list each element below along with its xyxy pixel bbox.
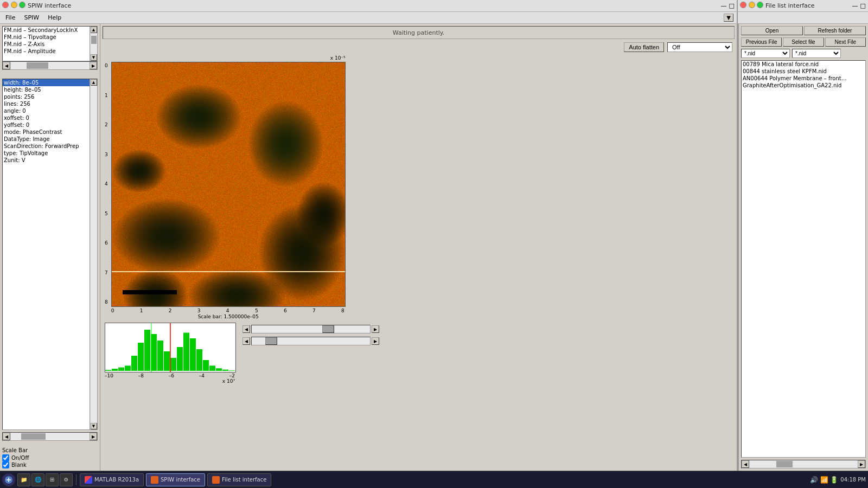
taskbar-time: 04:18 PM: [840, 477, 866, 483]
taskbar-quick-icons: 📁 🌐 ⊞ ⚙: [17, 473, 73, 486]
slider2-track[interactable]: [251, 337, 371, 345]
x-label-3: 3: [197, 308, 201, 313]
slider1-thumb[interactable]: [322, 325, 334, 333]
slider1-left[interactable]: ◀: [242, 325, 250, 333]
menu-help[interactable]: Help: [46, 14, 63, 22]
prev-file-button[interactable]: Previous File: [741, 37, 782, 47]
open-button[interactable]: Open: [741, 26, 803, 35]
taskbar-icon-terminal[interactable]: ⊞: [46, 473, 59, 486]
min-btn-spiw[interactable]: [11, 2, 17, 8]
bottom-list-item-6[interactable]: yoffset: 0: [3, 121, 90, 129]
slider1-right[interactable]: ▶: [372, 325, 379, 333]
filter-select-2[interactable]: *.nid: [792, 49, 841, 58]
y-label-6: 6: [105, 240, 108, 246]
bottom-list-item-3[interactable]: lines: 256: [3, 100, 90, 107]
minimize-icon-filelist[interactable]: —: [852, 2, 858, 9]
hist-x10-label: x 10⁷: [105, 378, 235, 384]
file-item-1[interactable]: 00844 stainless steel KPFM.nid: [742, 68, 865, 75]
hist-x-10: –10: [105, 373, 113, 378]
taskbar-icon-settings[interactable]: ⚙: [60, 473, 73, 486]
bottom-list-item-10[interactable]: type: TipVoltage: [3, 150, 90, 157]
bottom-hscroll-left[interactable]: ◀: [3, 433, 10, 440]
top-list-item-3[interactable]: FM.nid – Amplitude: [3, 48, 90, 55]
bottom-list-item-7[interactable]: mode: PhaseContrast: [3, 129, 90, 136]
close-btn-filelist[interactable]: [740, 2, 746, 8]
hist-x-8: –8: [138, 373, 144, 378]
top-list-item-0[interactable]: FM.nid – SecondaryLockInX: [3, 27, 90, 34]
file-hscroll-right[interactable]: ▶: [858, 460, 865, 468]
main-plot[interactable]: [111, 62, 346, 307]
blank-checkbox[interactable]: [2, 461, 9, 468]
refresh-button[interactable]: Refresh folder: [804, 26, 866, 35]
bottom-list-scroll-up[interactable]: ▲: [91, 79, 97, 86]
taskbar-clock[interactable]: 04:18 PM: [840, 477, 866, 483]
taskbar-filelist[interactable]: File list interface: [207, 473, 271, 486]
scalebar-label: Scale bar: 1.500000e–05: [111, 314, 346, 319]
taskbar-matlab[interactable]: MATLAB R2013a: [80, 473, 144, 486]
slider1-track[interactable]: [251, 325, 371, 333]
spiw-window-title: SPIW interface: [28, 2, 71, 9]
bottom-hscroll-right[interactable]: ▶: [90, 433, 97, 440]
bottom-list-item-5[interactable]: xoffset: 0: [3, 114, 90, 121]
y-label-5: 5: [105, 211, 108, 216]
menu-spiw[interactable]: SPIW: [22, 14, 41, 22]
matlab-icon: [85, 476, 92, 484]
taskbar-filelist-label: File list interface: [222, 477, 266, 483]
auto-flatten-button[interactable]: Auto flatten: [624, 42, 664, 52]
filelist-window-title: File list interface: [765, 2, 815, 9]
top-hscroll-right[interactable]: ▶: [90, 62, 97, 69]
taskbar-icon-browser[interactable]: 🌐: [31, 473, 44, 486]
x-label-7: 7: [312, 308, 316, 313]
x-label-1: 1: [140, 308, 143, 313]
spiw-expand-icon[interactable]: ▼: [724, 14, 733, 22]
close-btn-spiw[interactable]: [2, 2, 9, 8]
max-btn-spiw[interactable]: [19, 2, 25, 8]
taskbar-icon-files[interactable]: 📁: [17, 473, 30, 486]
x-label-5: 5: [255, 308, 258, 313]
y-label-0: 0: [105, 63, 108, 68]
file-item-2[interactable]: AN00644 Polymer Membrane – front…: [742, 75, 865, 82]
file-item-0[interactable]: 00789 Mica lateral force.nid: [742, 61, 865, 68]
select-file-button[interactable]: Select file: [783, 37, 824, 47]
taskbar-spiw[interactable]: SPIW interface: [146, 473, 205, 486]
taskbar-separator-1: [76, 474, 76, 485]
start-button[interactable]: [2, 473, 15, 486]
on-off-checkbox[interactable]: [2, 454, 9, 461]
file-listbox: 00789 Mica lateral force.nid 00844 stain…: [741, 60, 866, 458]
taskbar-systray: 🔊 📶 🔋: [810, 476, 839, 484]
minimize-icon-spiw[interactable]: —: [721, 2, 727, 9]
auto-flatten-select[interactable]: Off On: [667, 42, 732, 52]
top-list-scroll-down[interactable]: ▼: [91, 54, 97, 61]
status-bar: Waiting patiently.: [103, 26, 735, 39]
maximize-icon-filelist[interactable]: □: [860, 2, 866, 9]
max-btn-filelist[interactable]: [757, 2, 763, 8]
bottom-list-item-0[interactable]: width: 8e–05: [3, 79, 90, 86]
slider2-right[interactable]: ▶: [372, 337, 379, 345]
top-list-item-1[interactable]: FM.nid – Tipvoltage: [3, 34, 90, 41]
menu-file[interactable]: File: [3, 14, 17, 22]
bottom-list-item-8[interactable]: DataType: Image: [3, 136, 90, 143]
min-btn-filelist[interactable]: [749, 2, 755, 8]
y-label-8: 8: [105, 299, 108, 305]
y-label-2: 2: [105, 122, 108, 127]
maximize-icon-spiw[interactable]: □: [729, 2, 735, 9]
file-hscroll-left[interactable]: ◀: [742, 460, 749, 468]
next-file-button[interactable]: Next File: [825, 37, 866, 47]
histogram-canvas[interactable]: [105, 323, 236, 373]
bottom-list-item-11[interactable]: Zunit: V: [3, 157, 90, 164]
bottom-list-item-2[interactable]: points: 256: [3, 93, 90, 100]
slider2-thumb[interactable]: [265, 337, 277, 345]
status-text: Waiting patiently.: [393, 29, 444, 36]
filter-select-1[interactable]: *.nid: [741, 49, 790, 58]
y-label-3: 3: [105, 152, 108, 157]
top-list-scroll-up[interactable]: ▲: [91, 27, 97, 33]
top-hscroll-left[interactable]: ◀: [3, 62, 10, 69]
top-list-item-2[interactable]: FM.nid – Z-Axis: [3, 41, 90, 48]
file-item-3[interactable]: GraphiteAfterOptimisation_GA22.nid: [742, 82, 865, 89]
bottom-list-scroll-down[interactable]: ▼: [91, 423, 97, 429]
bottom-list-item-9[interactable]: ScanDirection: ForwardPrep: [3, 143, 90, 150]
bottom-list-item-1[interactable]: height: 8e–05: [3, 86, 90, 93]
on-off-label: On/Off: [11, 455, 29, 461]
bottom-list-item-4[interactable]: angle: 0: [3, 107, 90, 114]
slider2-left[interactable]: ◀: [242, 337, 250, 345]
